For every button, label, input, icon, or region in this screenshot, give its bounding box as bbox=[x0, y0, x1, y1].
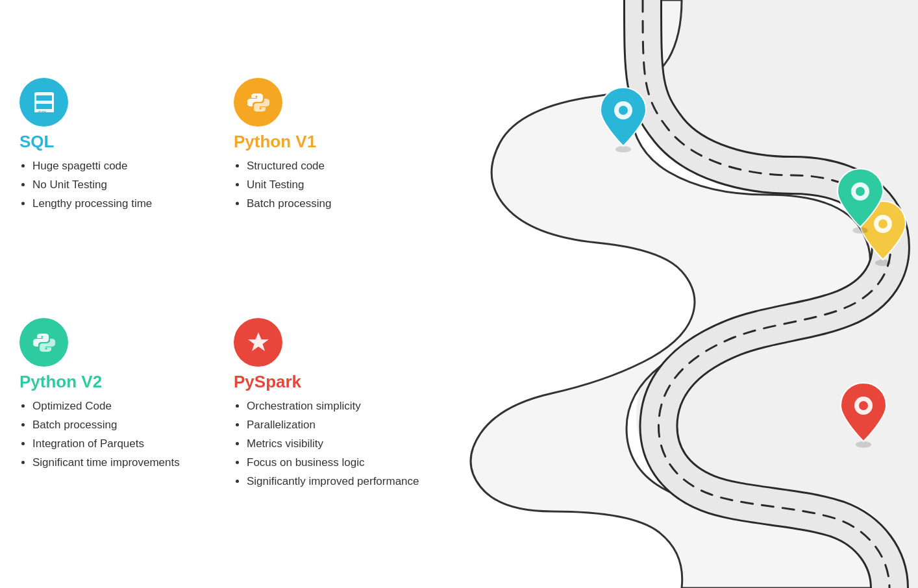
svg-point-11 bbox=[615, 146, 631, 153]
pythonv2-item-2: Batch processing bbox=[32, 416, 180, 435]
pyspark-section: PySpark Orchestration simplicity Paralle… bbox=[234, 318, 419, 491]
main-container: SQL SQL Huge spagetti code No Unit Testi… bbox=[0, 0, 918, 588]
svg-rect-0 bbox=[34, 92, 54, 95]
pythonv1-item-3: Batch processing bbox=[247, 195, 331, 214]
pythonv1-item-1: Structured code bbox=[247, 157, 331, 176]
road-panel bbox=[467, 0, 918, 588]
sql-icon: SQL bbox=[30, 88, 58, 117]
pythonv2-section: Python V2 Optimized Code Batch processin… bbox=[19, 318, 180, 472]
sql-list: Huge spagetti code No Unit Testing Lengt… bbox=[19, 157, 152, 214]
pythonv2-icon bbox=[30, 328, 58, 357]
left-panel: SQL SQL Huge spagetti code No Unit Testi… bbox=[0, 0, 467, 588]
svg-point-20 bbox=[856, 441, 871, 448]
pyspark-item-5: Significantly improved performance bbox=[247, 472, 419, 491]
pythonv1-list: Structured code Unit Testing Batch proce… bbox=[234, 157, 331, 214]
pythonv2-item-4: Significant time improvements bbox=[32, 454, 180, 472]
svg-point-16 bbox=[878, 219, 887, 228]
svg-point-8 bbox=[41, 336, 43, 337]
svg-marker-10 bbox=[248, 332, 269, 351]
pyspark-icon-circle bbox=[234, 318, 282, 367]
pythonv1-title: Python V1 bbox=[234, 132, 331, 152]
pythonv1-icon-circle bbox=[234, 78, 282, 127]
svg-point-17 bbox=[852, 227, 868, 234]
pythonv2-list: Optimized Code Batch processing Integrat… bbox=[19, 397, 180, 472]
svg-point-22 bbox=[859, 401, 868, 410]
pythonv2-item-1: Optimized Code bbox=[32, 397, 180, 416]
road-svg bbox=[467, 0, 918, 588]
svg-text:SQL: SQL bbox=[38, 110, 48, 116]
pyspark-item-3: Metrics visibility bbox=[247, 435, 419, 454]
pyspark-item-4: Focus on business logic bbox=[247, 454, 419, 472]
sql-title: SQL bbox=[19, 132, 152, 152]
svg-rect-4 bbox=[52, 93, 54, 112]
sql-item-1: Huge spagetti code bbox=[32, 157, 152, 176]
pythonv1-item-2: Unit Testing bbox=[247, 176, 331, 195]
pythonv1-icon bbox=[244, 88, 273, 117]
pythonv1-section: Python V1 Structured code Unit Testing B… bbox=[234, 78, 331, 214]
pyspark-item-2: Parallelization bbox=[247, 416, 419, 435]
pyspark-list: Orchestration simplicity Parallelization… bbox=[234, 397, 419, 491]
pythonv2-item-3: Integration of Parquets bbox=[32, 435, 180, 454]
sql-item-2: No Unit Testing bbox=[32, 176, 152, 195]
pythonv2-icon-circle bbox=[19, 318, 68, 367]
svg-point-19 bbox=[856, 187, 865, 196]
sql-icon-circle: SQL bbox=[19, 78, 68, 127]
svg-point-6 bbox=[255, 95, 257, 97]
pythonv2-title: Python V2 bbox=[19, 372, 180, 392]
svg-point-14 bbox=[875, 260, 891, 266]
svg-point-9 bbox=[45, 347, 47, 349]
pyspark-title: PySpark bbox=[234, 372, 419, 392]
svg-point-13 bbox=[619, 106, 628, 115]
sql-item-3: Lengthy processing time bbox=[32, 195, 152, 214]
sql-section: SQL SQL Huge spagetti code No Unit Testi… bbox=[19, 78, 152, 214]
svg-point-7 bbox=[259, 107, 261, 109]
pyspark-icon bbox=[244, 328, 273, 357]
svg-rect-3 bbox=[34, 93, 36, 112]
svg-rect-1 bbox=[34, 101, 54, 104]
pyspark-item-1: Orchestration simplicity bbox=[247, 397, 419, 416]
